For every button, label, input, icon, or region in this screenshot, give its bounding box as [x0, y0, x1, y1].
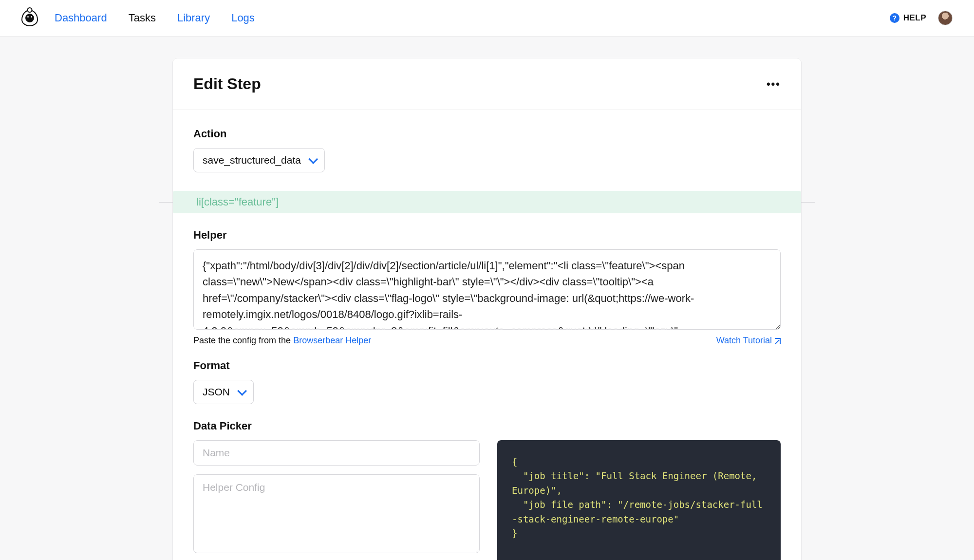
action-label: Action — [193, 128, 781, 140]
data-picker-config-textarea[interactable] — [193, 474, 480, 553]
browserbear-helper-link[interactable]: Browserbear Helper — [293, 336, 371, 345]
card-header: Edit Step ••• — [173, 58, 801, 110]
help-icon: ? — [890, 13, 899, 23]
logo[interactable] — [21, 10, 38, 26]
top-nav: Dashboard Tasks Library Logs ? HELP — [0, 0, 974, 37]
external-link-icon — [775, 338, 781, 344]
more-menu-button[interactable]: ••• — [767, 78, 781, 91]
nav-library[interactable]: Library — [177, 12, 210, 24]
chevron-down-icon — [308, 154, 318, 164]
helper-label: Helper — [193, 229, 781, 242]
avatar[interactable] — [938, 11, 953, 25]
action-select[interactable]: save_structured_data — [193, 148, 325, 172]
selector-preview: li[class="feature"] — [173, 191, 801, 213]
chevron-down-icon — [237, 386, 247, 396]
data-picker-label: Data Picker — [193, 420, 781, 432]
page-title: Edit Step — [193, 75, 261, 93]
nav-logs[interactable]: Logs — [231, 12, 255, 24]
edit-step-card: Edit Step ••• Action save_structured_dat… — [172, 58, 802, 560]
format-label: Format — [193, 359, 781, 372]
nav-items: Dashboard Tasks Library Logs — [55, 12, 255, 24]
json-preview: { "job title": "Full Stack Engineer (Rem… — [497, 440, 781, 560]
nav-tasks[interactable]: Tasks — [129, 12, 156, 24]
format-select-value: JSON — [203, 386, 230, 398]
action-select-value: save_structured_data — [203, 154, 301, 166]
data-picker-name-input[interactable] — [193, 440, 480, 466]
help-link[interactable]: ? HELP — [890, 13, 926, 23]
helper-textarea[interactable] — [193, 249, 781, 330]
main-area: Edit Step ••• Action save_structured_dat… — [0, 37, 974, 560]
help-label: HELP — [903, 13, 926, 23]
format-select[interactable]: JSON — [193, 380, 254, 404]
watch-tutorial-link[interactable]: Watch Tutorial — [716, 336, 781, 346]
helper-hint: Paste the config from the Browserbear He… — [193, 336, 371, 346]
nav-dashboard[interactable]: Dashboard — [55, 12, 107, 24]
